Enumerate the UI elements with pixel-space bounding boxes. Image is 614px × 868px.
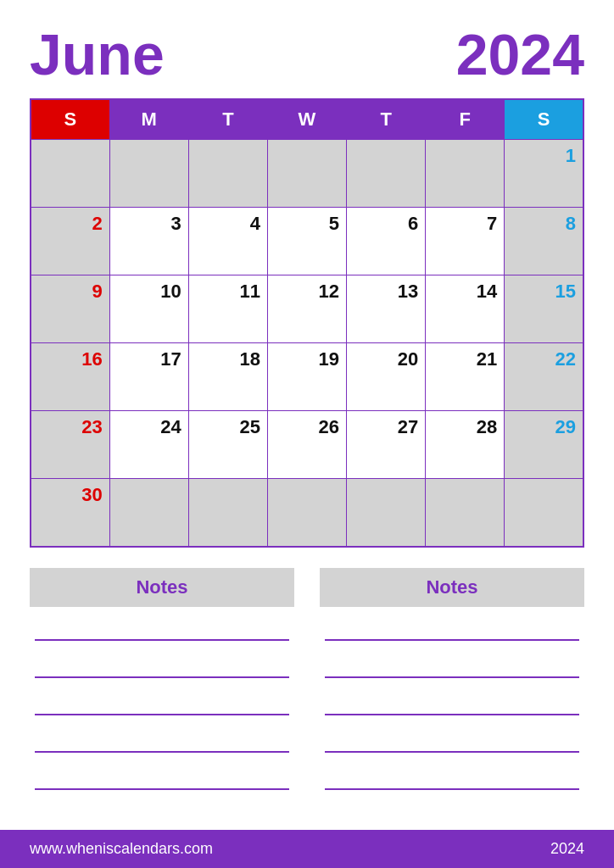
notes-line[interactable] [325,734,579,753]
table-row: 30 [31,479,583,547]
notes-line[interactable] [35,697,289,715]
footer: www.wheniscalendars.com 2024 [0,830,614,868]
day-cell [426,140,505,208]
notes-line[interactable] [35,734,289,753]
notes-line[interactable] [35,771,289,790]
day-cell: 29 [505,411,583,479]
day-cell: 21 [426,343,505,411]
day-cell: 22 [505,343,583,411]
day-cell: 8 [505,208,583,275]
col-header-thu: T [347,99,426,140]
notes-header-right: Notes [320,568,584,607]
day-cell [109,140,188,208]
page: June 2024 S M T W T F S 1 [0,0,614,868]
notes-line[interactable] [35,659,289,678]
day-cell: 13 [347,275,426,343]
day-cell [188,479,267,547]
day-cell: 26 [267,411,346,479]
month-title: June [30,25,165,83]
year-title: 2024 [456,25,584,83]
day-cell: 9 [31,275,109,343]
day-cell: 25 [188,411,267,479]
footer-url: www.wheniscalendars.com [30,840,213,858]
day-cell: 17 [109,343,188,411]
day-cell [188,140,267,208]
day-cell [267,140,346,208]
col-header-fri: F [426,99,505,140]
notes-box-right: Notes [320,568,584,831]
table-row: 23 24 25 26 27 28 29 [31,411,583,479]
table-row: 9 10 11 12 13 14 15 [31,275,583,343]
day-cell: 7 [426,208,505,275]
day-cell: 12 [267,275,346,343]
day-cell: 11 [188,275,267,343]
table-row: 1 [31,140,583,208]
notes-section: Notes Notes [30,568,584,831]
day-cell: 20 [347,343,426,411]
day-cell: 30 [31,479,109,547]
day-cell: 23 [31,411,109,479]
day-cell: 27 [347,411,426,479]
day-cell: 19 [267,343,346,411]
header: June 2024 [30,25,584,83]
day-cell: 24 [109,411,188,479]
day-cell: 14 [426,275,505,343]
col-header-sat: S [505,99,583,140]
day-cell [109,479,188,547]
day-cell: 10 [109,275,188,343]
notes-line[interactable] [325,771,579,790]
col-header-wed: W [267,99,346,140]
day-cell: 3 [109,208,188,275]
day-cell [347,140,426,208]
day-cell [31,140,109,208]
day-cell: 5 [267,208,346,275]
table-row: 2 3 4 5 6 7 8 [31,208,583,275]
day-cell [505,479,583,547]
notes-line[interactable] [35,622,289,641]
calendar-grid: S M T W T F S 1 2 3 [30,98,584,548]
notes-lines-right [320,622,584,790]
notes-box-left: Notes [30,568,294,831]
day-cell: 4 [188,208,267,275]
day-cell [347,479,426,547]
day-cell [267,479,346,547]
col-header-tue: T [188,99,267,140]
day-cell: 18 [188,343,267,411]
day-cell: 6 [347,208,426,275]
day-cell: 28 [426,411,505,479]
day-cell [426,479,505,547]
day-cell: 16 [31,343,109,411]
notes-line[interactable] [325,659,579,678]
footer-year: 2024 [550,840,584,858]
day-cell: 1 [505,140,583,208]
col-header-sun: S [31,99,109,140]
col-header-mon: M [109,99,188,140]
table-row: 16 17 18 19 20 21 22 [31,343,583,411]
notes-header-left: Notes [30,568,294,607]
day-cell: 15 [505,275,583,343]
day-cell: 2 [31,208,109,275]
notes-line[interactable] [325,697,579,715]
notes-lines-left [30,622,294,790]
notes-line[interactable] [325,622,579,641]
